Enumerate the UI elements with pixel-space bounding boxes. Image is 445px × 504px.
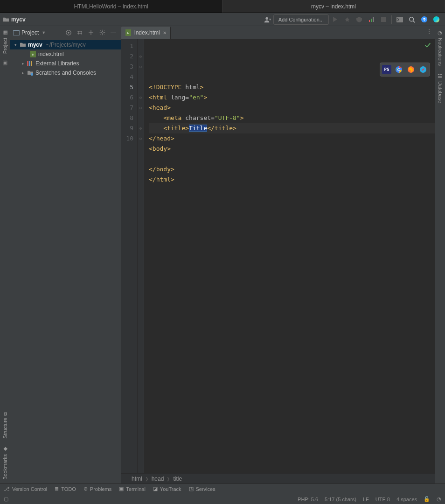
- add-configuration-button[interactable]: Add Configuration...: [273, 14, 329, 25]
- coverage-button[interactable]: [354, 14, 364, 25]
- svg-rect-19: [31, 61, 32, 66]
- gutter-tab-bookmarks[interactable]: Bookmarks◆: [2, 446, 8, 480]
- collapse-all-icon[interactable]: [86, 28, 96, 37]
- folder-icon: [3, 17, 9, 22]
- inspection-ok-icon[interactable]: [424, 42, 431, 49]
- gutter-tab-database[interactable]: ☱Database: [437, 73, 443, 103]
- tree-scratches[interactable]: ▸ Scratches and Consoles: [10, 68, 121, 77]
- libraries-icon: [27, 60, 34, 67]
- youtrack-tab[interactable]: ◪YouTrack: [153, 486, 181, 492]
- svg-point-0: [265, 17, 268, 19]
- window-tab-2-label: mycv – index.html: [311, 3, 356, 10]
- svg-rect-4: [373, 17, 374, 22]
- close-tab-icon[interactable]: ✕: [163, 30, 167, 35]
- services-icon: ◳: [189, 486, 194, 492]
- svg-text:H: H: [127, 32, 129, 35]
- tree-external-libs[interactable]: ▸ External Libraries: [10, 59, 121, 68]
- editor-tab[interactable]: H index.html ✕: [121, 27, 171, 39]
- html-file-icon: H: [125, 29, 132, 36]
- phpstorm-browser-icon[interactable]: PS: [382, 65, 391, 74]
- firefox-icon[interactable]: [406, 65, 416, 74]
- search-icon[interactable]: [407, 14, 417, 25]
- terminal-tab[interactable]: ▣Terminal: [119, 486, 146, 492]
- project-header-title[interactable]: Project ▼: [13, 29, 46, 36]
- window-tab-1[interactable]: HTMLHelloWorld – index.html: [0, 0, 222, 13]
- select-opened-file-icon[interactable]: [64, 28, 73, 37]
- project-panel-icon: ▦: [2, 30, 8, 36]
- svg-text:H: H: [32, 53, 34, 56]
- expand-all-icon[interactable]: [75, 28, 84, 37]
- youtrack-icon: ◪: [153, 486, 158, 492]
- code-breadcrumbs[interactable]: html❯head❯title: [121, 473, 435, 483]
- title-bar: HTMLHelloWorld – index.html mycv – index…: [0, 0, 445, 13]
- window-tab-1-label: HTMLHelloWorld – index.html: [74, 3, 148, 10]
- ide-features-icon[interactable]: [431, 14, 441, 25]
- stop-button[interactable]: [378, 14, 389, 25]
- services-tab[interactable]: ◳Services: [189, 486, 216, 492]
- status-php[interactable]: PHP: 5.6: [298, 497, 318, 502]
- update-button[interactable]: [419, 14, 429, 25]
- project-tree[interactable]: ▾ mycv ~/Projects/mycv H index.html ▸ Ex…: [10, 39, 121, 483]
- expand-arrow-icon[interactable]: ▾: [13, 42, 18, 47]
- breadcrumb-item[interactable]: html: [132, 476, 142, 482]
- database-icon: ☱: [437, 73, 443, 79]
- editor-tabs: H index.html ✕ ⋮: [121, 26, 435, 39]
- list-icon: ≣: [55, 486, 59, 492]
- safari-icon[interactable]: [418, 65, 428, 74]
- tree-root[interactable]: ▾ mycv ~/Projects/mycv: [10, 40, 121, 49]
- hide-panel-icon[interactable]: —: [109, 28, 118, 37]
- scratches-icon: [27, 70, 34, 76]
- problems-tab[interactable]: ⊘Problems: [83, 486, 111, 492]
- svg-rect-5: [381, 17, 386, 22]
- editor-body[interactable]: 12345678910 ⊖⊖⊖⊖⊖⊖ PS <!DOCTYPE html><ht…: [121, 39, 435, 473]
- svg-rect-17: [27, 61, 28, 66]
- status-encoding[interactable]: UTF-8: [375, 497, 390, 502]
- collapse-arrow-icon[interactable]: ▸: [21, 70, 25, 75]
- tree-file[interactable]: H index.html: [10, 49, 121, 59]
- memory-indicator-icon[interactable]: ◔: [437, 496, 441, 502]
- left-gutter: Project ▦ ▣ Structure⧉ Bookmarks◆: [0, 26, 10, 483]
- breadcrumb-item[interactable]: head: [152, 476, 164, 482]
- branch-icon: ⎇: [4, 486, 10, 492]
- status-line-separator[interactable]: LF: [363, 497, 369, 502]
- code-area[interactable]: PS <!DOCTYPE html><html lang="en"><head>…: [144, 39, 435, 473]
- svg-rect-11: [14, 31, 19, 35]
- commit-panel-icon[interactable]: ▣: [2, 59, 7, 66]
- project-header: Project ▼ —: [10, 26, 121, 39]
- svg-rect-6: [396, 17, 403, 22]
- gutter-tab-project[interactable]: Project ▦: [2, 30, 8, 54]
- status-caret[interactable]: 5:17 (5 chars): [325, 497, 356, 502]
- tab-options-icon[interactable]: ⋮: [426, 28, 432, 35]
- svg-point-13: [68, 32, 70, 34]
- todo-tab[interactable]: ≣TODO: [55, 486, 76, 492]
- structure-icon: ⧉: [2, 412, 8, 416]
- user-icon[interactable]: ▾: [262, 14, 272, 25]
- gutter-tab-notifications[interactable]: ◔Notifications: [437, 30, 443, 66]
- run-button[interactable]: [330, 14, 340, 25]
- tool-window-quick-access-icon[interactable]: ▢: [4, 496, 8, 502]
- chevron-down-icon: ▼: [42, 30, 46, 35]
- status-indent[interactable]: 4 spaces: [396, 497, 417, 502]
- readonly-lock-icon[interactable]: 🔓: [424, 496, 430, 502]
- breadcrumb-item[interactable]: title: [173, 476, 182, 482]
- separator: [391, 15, 392, 24]
- profiler-button[interactable]: [366, 14, 376, 25]
- project-view-icon: [13, 30, 20, 35]
- open-in-browser-popup: PS: [380, 63, 430, 77]
- bottom-tool-bar: ⎇Version Control ≣TODO ⊘Problems ▣Termin…: [0, 483, 445, 494]
- gutter-tab-structure[interactable]: Structure⧉: [2, 412, 8, 439]
- collapse-arrow-icon[interactable]: ▸: [21, 61, 25, 66]
- breadcrumb-project: mycv: [11, 16, 26, 23]
- debug-button[interactable]: [342, 14, 352, 25]
- editor-tab-label: index.html: [134, 29, 160, 36]
- run-anything-icon[interactable]: [395, 14, 405, 25]
- version-control-tab[interactable]: ⎇Version Control: [4, 486, 47, 492]
- svg-point-7: [410, 17, 414, 21]
- settings-gear-icon[interactable]: [97, 28, 107, 37]
- window-tab-2[interactable]: mycv – index.html: [222, 0, 445, 13]
- svg-rect-3: [371, 19, 372, 22]
- chrome-icon[interactable]: [394, 65, 403, 74]
- breadcrumb[interactable]: mycv: [3, 16, 26, 23]
- html-file-icon: H: [30, 51, 36, 57]
- navigation-bar: mycv ▾ Add Configuration...: [0, 13, 445, 26]
